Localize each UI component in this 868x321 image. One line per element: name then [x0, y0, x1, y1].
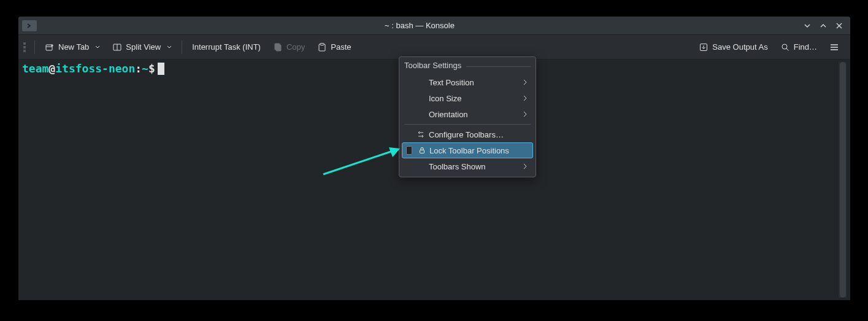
menu-shown-label: Toolbars Shown — [429, 162, 517, 171]
menu-orientation[interactable]: Orientation — [399, 106, 536, 122]
menu-orientation-label: Orientation — [429, 110, 517, 119]
prompt-colon: : — [135, 62, 142, 75]
scrollbar-thumb[interactable] — [840, 62, 846, 298]
menu-toolbars-shown[interactable]: Toolbars Shown — [399, 158, 536, 174]
find-button[interactable]: Find… — [774, 40, 823, 55]
menu-icon-size[interactable]: Icon Size — [399, 90, 536, 106]
chevron-down-icon — [95, 45, 100, 49]
lock-checkbox[interactable] — [406, 146, 412, 155]
save-icon — [699, 42, 709, 52]
minimize-button[interactable] — [802, 21, 812, 31]
save-output-label: Save Output As — [712, 42, 767, 52]
menu-separator — [404, 124, 531, 125]
menu-lock-label: Lock Toolbar Positions — [429, 146, 517, 155]
prompt-path: ~ — [142, 62, 148, 75]
menu-icon-size-label: Icon Size — [429, 94, 517, 103]
chevron-right-icon — [521, 111, 529, 117]
toolbar-handle[interactable] — [23, 39, 28, 56]
window-title: ~ : bash — Konsole — [37, 21, 802, 30]
toolbar-context-menu: Toolbar Settings Text Position Icon Size… — [399, 56, 536, 177]
scrollbar[interactable] — [838, 62, 847, 298]
svg-rect-8 — [420, 150, 424, 153]
app-menu-icon[interactable] — [22, 20, 37, 31]
new-tab-icon — [45, 42, 55, 52]
prompt-symbol: $ — [148, 62, 155, 75]
chevron-right-icon — [521, 79, 529, 85]
menu-text-position[interactable]: Text Position — [399, 74, 536, 90]
split-view-label: Split View — [126, 42, 161, 52]
menu-configure-toolbars[interactable]: Configure Toolbars… — [399, 126, 536, 142]
menu-header: Toolbar Settings — [404, 61, 531, 72]
copy-icon — [273, 42, 283, 52]
toolbar-separator — [182, 41, 182, 54]
configure-icon — [405, 130, 425, 139]
lock-icon — [418, 147, 426, 154]
search-icon — [780, 42, 790, 52]
copy-button: Copy — [267, 40, 311, 55]
paste-label: Paste — [331, 42, 351, 52]
menu-text-position-label: Text Position — [429, 78, 517, 87]
titlebar: ~ : bash — Konsole — [18, 17, 850, 35]
menu-header-label: Toolbar Settings — [404, 61, 466, 70]
hamburger-menu-button[interactable] — [823, 40, 845, 55]
save-output-button[interactable]: Save Output As — [693, 40, 774, 55]
hamburger-icon — [829, 42, 839, 52]
prompt-host: itsfoss-neon — [55, 62, 135, 75]
svg-rect-3 — [276, 45, 281, 51]
chevron-right-icon — [521, 95, 529, 101]
prompt-at: @ — [48, 62, 55, 75]
prompt-user: team — [22, 62, 48, 75]
main-toolbar: New Tab Split View Interrupt Task (INT) … — [18, 35, 850, 60]
paste-button[interactable]: Paste — [311, 40, 357, 55]
paste-icon — [317, 42, 327, 52]
chevron-right-icon — [521, 163, 529, 169]
split-view-button[interactable]: Split View — [106, 40, 178, 55]
find-label: Find… — [794, 42, 817, 52]
maximize-button[interactable] — [818, 21, 828, 31]
interrupt-button[interactable]: Interrupt Task (INT) — [186, 40, 267, 54]
toolbar-separator — [34, 41, 35, 54]
new-tab-button[interactable]: New Tab — [39, 40, 106, 55]
terminal-cursor — [158, 63, 164, 75]
window-controls — [802, 21, 844, 31]
split-view-icon — [112, 42, 122, 52]
svg-point-7 — [782, 44, 787, 49]
new-tab-label: New Tab — [58, 42, 89, 52]
interrupt-label: Interrupt Task (INT) — [192, 42, 261, 52]
close-button[interactable] — [834, 21, 844, 31]
copy-label: Copy — [286, 42, 305, 52]
chevron-down-icon — [167, 45, 172, 49]
menu-configure-label: Configure Toolbars… — [429, 130, 517, 139]
svg-rect-5 — [320, 43, 324, 45]
menu-lock-toolbar[interactable]: Lock Toolbar Positions — [402, 142, 533, 158]
